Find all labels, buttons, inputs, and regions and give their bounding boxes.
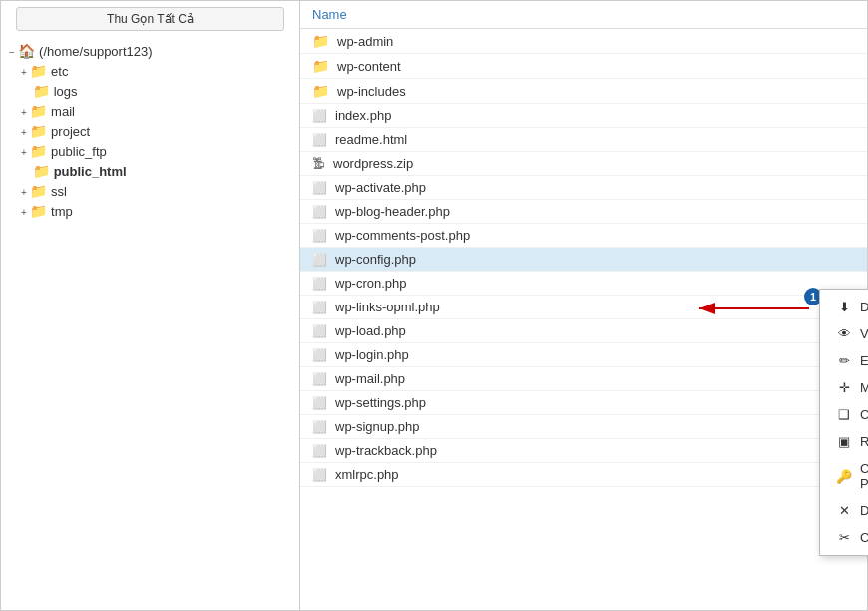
menu-item-label: Rename	[860, 434, 868, 449]
php-icon: ⬜	[312, 396, 327, 410]
file-name: wp-mail.php	[335, 371, 405, 386]
tree-item-mail[interactable]: + 📁 mail	[9, 101, 291, 121]
php-icon: ⬜	[312, 229, 327, 243]
folder-icon-mail: 📁	[30, 103, 47, 119]
file-row[interactable]: ⬜index.php	[300, 104, 867, 128]
file-name: xmlrpc.php	[335, 467, 399, 482]
tree-label-project: project	[51, 124, 90, 139]
menu-item-label: Change Permissions	[860, 461, 868, 491]
file-row[interactable]: ⬜wp-cron.php	[300, 272, 867, 296]
tree-item-project[interactable]: + 📁 project	[9, 121, 291, 141]
file-name: wp-blog-header.php	[335, 204, 450, 219]
file-name: wp-signup.php	[335, 419, 420, 434]
move-icon: ✛	[836, 380, 852, 395]
file-name: wp-includes	[337, 84, 406, 99]
tree-item-ssl[interactable]: + 📁 ssl	[9, 181, 291, 201]
folder-icon: 📁	[312, 83, 329, 99]
expand-icon: −	[9, 47, 15, 58]
context-menu-item-compress[interactable]: ✂Compress	[820, 524, 868, 551]
delete-icon: ✕	[836, 503, 852, 518]
file-row[interactable]: ⬜wp-signup.php	[300, 415, 867, 439]
expand-icon-project: +	[21, 127, 27, 138]
file-row[interactable]: ⬜wp-config.php	[300, 248, 867, 272]
php-icon: ⬜	[312, 420, 327, 434]
file-name: wp-cron.php	[335, 276, 407, 291]
name-column-header: Name	[312, 7, 347, 22]
file-row[interactable]: 📁wp-includes	[300, 79, 867, 104]
file-name: wp-settings.php	[335, 395, 426, 410]
php-icon: ⬜	[312, 468, 327, 482]
change-permissions-icon: 🔑	[836, 469, 852, 484]
file-row[interactable]: 📁wp-admin	[300, 29, 867, 54]
context-menu-item-view[interactable]: 👁View	[820, 320, 868, 347]
tree-label-etc: etc	[51, 64, 68, 79]
file-name: wp-login.php	[335, 347, 409, 362]
file-tree: − 🏠 (/home/support123) + 📁 etc 📁 logs + …	[1, 37, 299, 610]
tree-item-root[interactable]: − 🏠 (/home/support123)	[9, 41, 291, 61]
zip-icon: 🗜	[312, 156, 325, 171]
folder-icon-public-ftp: 📁	[30, 143, 47, 159]
context-menu-item-move[interactable]: ✛Move	[820, 374, 868, 401]
php-icon: ⬜	[312, 181, 327, 195]
file-row[interactable]: ⬜readme.html	[300, 128, 867, 152]
context-menu-item-download[interactable]: ⬇Download	[820, 294, 868, 320]
folder-icon: 📁	[312, 33, 329, 49]
php-icon: ⬜	[312, 372, 327, 386]
file-row[interactable]: ⬜wp-comments-post.php	[300, 224, 867, 248]
file-row[interactable]: ⬜wp-links-opml.php	[300, 296, 867, 319]
folder-icon-public-html: 📁	[33, 163, 50, 179]
right-panel: Name 📁wp-admin📁wp-content📁wp-includes⬜in…	[300, 1, 867, 610]
tree-item-etc[interactable]: + 📁 etc	[9, 61, 291, 81]
context-menu-item-change-permissions[interactable]: 🔑Change Permissions	[820, 455, 868, 497]
file-row[interactable]: ⬜wp-trackback.php	[300, 439, 867, 463]
tree-label-ssl: ssl	[51, 184, 67, 199]
php-icon: ⬜	[312, 133, 327, 147]
file-row[interactable]: ⬜xmlrpc.php	[300, 463, 867, 487]
tree-item-logs[interactable]: 📁 logs	[9, 81, 291, 101]
file-name: readme.html	[335, 132, 407, 147]
menu-item-label: Compress	[860, 530, 868, 545]
tree-item-public-ftp[interactable]: + 📁 public_ftp	[9, 141, 291, 161]
edit-icon: ✏	[836, 353, 852, 368]
expand-icon-etc: +	[21, 67, 27, 78]
collapse-all-button[interactable]: Thu Gọn Tất Cả	[16, 7, 284, 31]
file-name: wp-load.php	[335, 323, 406, 338]
file-name: wp-admin	[337, 34, 393, 49]
expand-icon-public-ftp: +	[21, 147, 27, 158]
file-list-header: Name	[300, 1, 867, 29]
file-name: wordpress.zip	[333, 156, 413, 171]
php-icon: ⬜	[312, 301, 327, 314]
php-icon: ⬜	[312, 277, 327, 291]
file-row[interactable]: ⬜wp-load.php	[300, 319, 867, 343]
download-icon: ⬇	[836, 300, 852, 314]
tree-label-logs: logs	[54, 84, 78, 99]
context-menu-item-copy[interactable]: ❑Copy	[820, 401, 868, 428]
file-name: wp-comments-post.php	[335, 228, 470, 243]
file-row[interactable]: 📁wp-content	[300, 54, 867, 79]
context-menu-item-delete[interactable]: ✕Delete	[820, 497, 868, 524]
context-menu-item-rename[interactable]: ▣Rename	[820, 428, 868, 455]
file-row[interactable]: ⬜wp-login.php	[300, 343, 867, 367]
folder-icon-ssl: 📁	[30, 183, 47, 199]
file-list: 📁wp-admin📁wp-content📁wp-includes⬜index.p…	[300, 29, 867, 610]
file-row[interactable]: ⬜wp-mail.php	[300, 367, 867, 391]
tree-item-root-label: (/home/support123)	[39, 44, 152, 59]
file-row[interactable]: ⬜wp-activate.php	[300, 176, 867, 200]
file-row[interactable]: ⬜wp-blog-header.php	[300, 200, 867, 224]
view-icon: 👁	[836, 326, 852, 341]
menu-item-label: Download	[860, 300, 868, 314]
file-name: index.php	[335, 108, 391, 123]
context-menu-item-edit[interactable]: ✏Edit	[820, 347, 868, 374]
menu-item-label: View	[860, 326, 868, 341]
tree-label-public-ftp: public_ftp	[51, 144, 107, 159]
file-name: wp-config.php	[335, 252, 416, 267]
file-name: wp-activate.php	[335, 180, 426, 195]
php-icon: ⬜	[312, 444, 327, 458]
expand-icon-ssl: +	[21, 187, 27, 198]
tree-item-tmp[interactable]: + 📁 tmp	[9, 201, 291, 221]
file-row[interactable]: 🗜wordpress.zip	[300, 152, 867, 176]
tree-label-tmp: tmp	[51, 204, 73, 219]
file-row[interactable]: ⬜wp-settings.php	[300, 391, 867, 415]
file-name: wp-trackback.php	[335, 443, 437, 458]
tree-item-public-html[interactable]: 📁 public_html	[9, 161, 291, 181]
